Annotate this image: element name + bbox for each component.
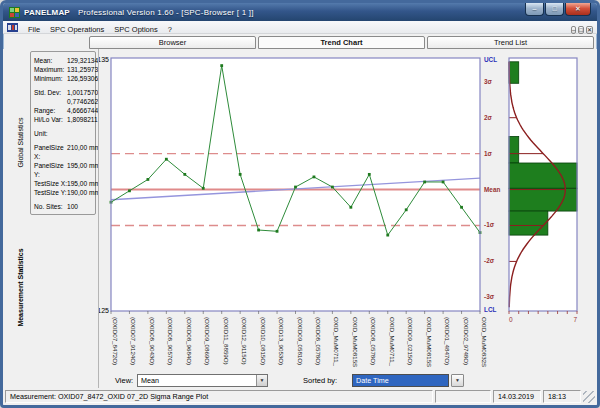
stat-row: TestSize X:195,00 mm xyxy=(34,179,93,188)
svg-text:2σ: 2σ xyxy=(484,114,493,121)
stat-value: 131,25973 xyxy=(67,65,98,74)
trend-chart-canvas[interactable]: 135125(OXID07_8472O)(OXID07_9124O)(OXID0… xyxy=(99,49,598,373)
svg-text:(OXID09_0215O): (OXID09_0215O) xyxy=(407,317,414,365)
data-point xyxy=(423,181,426,184)
svg-text:(OXID08_0578O): (OXID08_0578O) xyxy=(370,317,377,365)
data-point xyxy=(257,229,260,232)
x-axis-labels: (OXID07_8472O)(OXID07_9124O)(OXID08_9043… xyxy=(111,311,488,367)
global-statistics-panel: Mean:129,32134Maximum:131,25973Minimum:1… xyxy=(30,51,96,215)
stat-label: Range: xyxy=(34,106,67,115)
view-label: View: xyxy=(115,376,133,385)
mdi-restore-button[interactable]: □ xyxy=(578,26,584,34)
stat-value: 195,00 mm xyxy=(67,161,100,179)
window-buttons: –□✕ xyxy=(525,3,591,16)
svg-text:(OXID07_8472O): (OXID07_8472O) xyxy=(112,317,119,365)
svg-text:3σ: 3σ xyxy=(484,78,493,85)
sorted-by-label: Sorted by: xyxy=(303,376,337,385)
stat-label: Hi/Lo Var: xyxy=(34,115,67,124)
stat-label: Maximum: xyxy=(34,65,67,74)
vertical-tab-measurement-statistics[interactable]: Measurement Statistics xyxy=(17,233,24,343)
data-point xyxy=(331,186,334,189)
svg-text:(OXID09_0581O): (OXID09_0581O) xyxy=(297,317,304,365)
stat-label: PanelSize Y: xyxy=(34,161,67,179)
menu-item-spc-options[interactable]: SPC Options xyxy=(109,25,162,34)
data-point xyxy=(294,186,297,189)
stat-value: 1,0017570 xyxy=(67,88,98,97)
sorted-by-select[interactable]: Date Time xyxy=(352,374,449,387)
view-select-value: Mean xyxy=(141,376,159,385)
histogram-bar xyxy=(509,188,577,211)
svg-text:7: 7 xyxy=(573,316,577,323)
mdi-close-button[interactable]: ✕ xyxy=(586,26,593,34)
tab-trend-chart[interactable]: Trend Chart xyxy=(258,36,425,49)
svg-text:(OXID01_4847O): (OXID01_4847O) xyxy=(444,317,451,365)
resize-grip-icon[interactable] xyxy=(583,391,595,403)
data-point xyxy=(276,230,279,233)
svg-text:LCL: LCL xyxy=(484,306,497,313)
svg-text:-1σ: -1σ xyxy=(484,221,495,228)
stat-row: TestSize Y:190,00 mm xyxy=(34,188,93,197)
data-point xyxy=(147,178,150,181)
mdi-minimize-button[interactable]: – xyxy=(571,26,576,34)
stat-value: 195,00 mm xyxy=(67,179,100,188)
minimize-button[interactable]: – xyxy=(525,3,544,16)
data-point xyxy=(183,173,186,176)
stat-row: No. Sites:100 xyxy=(34,202,93,211)
svg-text:135: 135 xyxy=(99,56,109,63)
sorted-by-select-value: Date Time xyxy=(356,376,389,385)
svg-text:OXID_MuM0832S: OXID_MuM0832S xyxy=(481,317,488,367)
data-point xyxy=(386,234,389,237)
data-point xyxy=(128,189,131,192)
svg-text:Mean: Mean xyxy=(484,186,500,193)
tab-trend-list[interactable]: Trend List xyxy=(427,36,594,49)
svg-text:(OXID11_8859O): (OXID11_8859O) xyxy=(223,317,230,365)
view-select[interactable]: Mean ▼ xyxy=(137,374,268,387)
stat-value: 129,32134 xyxy=(67,56,98,65)
svg-text:(OXID09_0869O): (OXID09_0869O) xyxy=(204,317,211,365)
data-point xyxy=(165,158,168,161)
stat-row: PanelSize Y:195,00 mm xyxy=(34,161,93,179)
stat-label: TestSize X: xyxy=(34,179,67,188)
sigma-labels: UCL3σ2σ1σMean-1σ-2σ-3σLCL xyxy=(484,56,500,313)
histogram-bar xyxy=(509,62,519,84)
stat-row: Minimum:126,59306 xyxy=(34,74,93,83)
svg-text:(OXID02_9748O): (OXID02_9748O) xyxy=(463,317,470,365)
status-measurement: Measurement: OXID07_8472_OXID 07_2D Sigm… xyxy=(5,390,433,403)
chevron-down-icon[interactable]: ▼ xyxy=(256,375,267,386)
stat-label: Mean: xyxy=(34,56,67,65)
svg-text:(OXID08_9057O): (OXID08_9057O) xyxy=(167,317,174,365)
statistics-sidebar: Mean:129,32134Maximum:131,25973Minimum:1… xyxy=(3,49,98,388)
app-window: PANELMAPProfessional Version 1.60 - [SPC… xyxy=(0,0,600,408)
status-bar: Measurement: OXID07_8472_OXID 07_2D Sigm… xyxy=(3,388,597,405)
title-bar[interactable]: PANELMAPProfessional Version 1.60 - [SPC… xyxy=(3,3,597,21)
svg-text:0: 0 xyxy=(509,316,513,323)
maximize-button[interactable]: □ xyxy=(545,3,564,16)
window-title: PANELMAPProfessional Version 1.60 - [SPC… xyxy=(24,8,254,17)
menu-bar: FileSPC OperationsSPC Options? –□✕ xyxy=(3,21,597,34)
trend-chart-pane: 135125(OXID07_8472O)(OXID07_9124O)(OXID0… xyxy=(98,49,597,388)
svg-text:-3σ: -3σ xyxy=(484,293,495,300)
status-time: 18:13 xyxy=(543,390,581,403)
menu-item-[interactable]: ? xyxy=(163,25,177,34)
close-button[interactable]: ✕ xyxy=(565,3,591,16)
mdi-system-icon[interactable] xyxy=(7,23,18,32)
svg-text:(OXID08_9684O): (OXID08_9684O) xyxy=(186,317,193,365)
svg-text:(OXID10_0815O): (OXID10_0815O) xyxy=(260,317,267,365)
data-point xyxy=(460,206,463,209)
stat-label: PanelSize X: xyxy=(34,143,67,161)
sorted-by-dropdown-button[interactable]: ▼ xyxy=(451,374,464,387)
chart-controls: View: Mean ▼ Sorted by: Date Time ▼ xyxy=(99,373,597,388)
histogram-bar xyxy=(509,163,577,188)
stat-row: Unit: xyxy=(34,129,93,138)
stat-value: 210,00 mm xyxy=(67,143,100,161)
stat-label xyxy=(34,97,67,106)
tab-browser[interactable]: Browser xyxy=(89,36,256,49)
app-icon xyxy=(9,7,20,18)
menu-item-file[interactable]: File xyxy=(23,25,45,34)
vertical-tab-global-statistics[interactable]: Global Statistics xyxy=(17,88,24,198)
stat-value: 4,6666744 xyxy=(67,106,98,115)
histogram-bar xyxy=(509,211,548,235)
svg-text:UCL: UCL xyxy=(484,56,497,63)
data-point xyxy=(313,176,316,179)
menu-item-spc-operations[interactable]: SPC Operations xyxy=(45,25,109,34)
